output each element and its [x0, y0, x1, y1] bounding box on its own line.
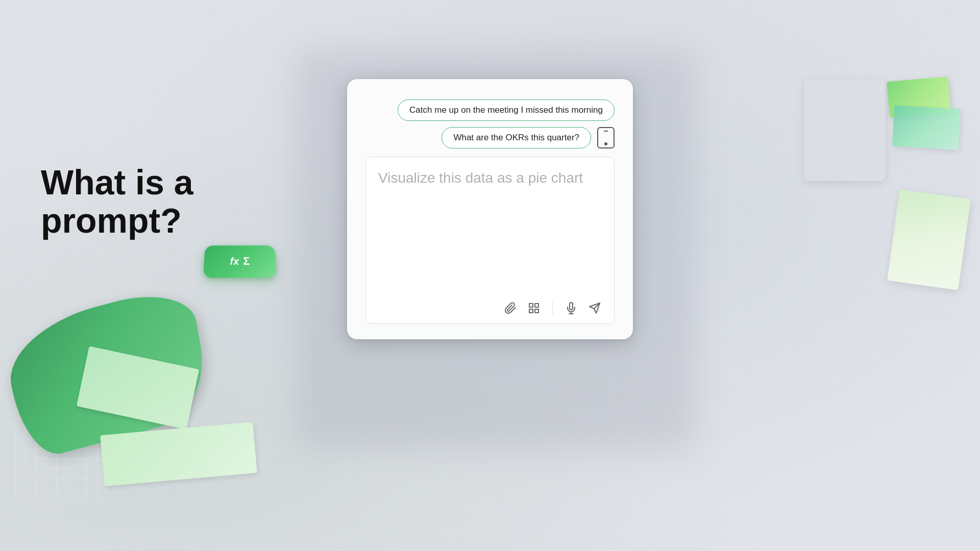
mic-icon[interactable] — [564, 301, 578, 315]
phone-icon — [597, 127, 615, 148]
text-input-area[interactable]: Visualize this data as a pie chart — [365, 157, 615, 324]
input-toolbar — [378, 301, 602, 315]
chip-okr-row: What are the OKRs this quarter? — [442, 127, 615, 148]
attach-icon[interactable] — [503, 301, 518, 315]
chip-okr-label: What are the OKRs this quarter? — [453, 133, 579, 143]
svg-rect-0 — [529, 304, 533, 307]
prompt-chips: Catch me up on the meeting I missed this… — [365, 99, 615, 148]
excel-button[interactable]: fx Σ — [203, 245, 277, 278]
deco-sticky-top-right-2 — [892, 106, 961, 150]
send-icon[interactable] — [587, 301, 602, 315]
excel-fx-label: fx — [230, 256, 239, 267]
chip-okr[interactable]: What are the OKRs this quarter? — [442, 127, 591, 148]
heading-text: What is a prompt? — [41, 163, 193, 240]
chip-meeting-label: Catch me up on the meeting I missed this… — [409, 105, 603, 115]
excel-sigma-label: Σ — [243, 255, 250, 268]
input-placeholder-text: Visualize this data as a pie chart — [378, 168, 602, 188]
deco-sticky-right-mid — [887, 189, 971, 290]
chip-meeting[interactable]: Catch me up on the meeting I missed this… — [398, 99, 615, 121]
main-card: Catch me up on the meeting I missed this… — [347, 79, 633, 339]
svg-rect-2 — [529, 309, 533, 313]
svg-rect-1 — [535, 304, 538, 307]
toolbar-divider — [552, 302, 553, 314]
page-heading: What is a prompt? — [41, 163, 306, 240]
deco-card-top-right — [804, 79, 886, 181]
svg-rect-3 — [535, 309, 538, 313]
grid-icon[interactable] — [527, 301, 541, 315]
